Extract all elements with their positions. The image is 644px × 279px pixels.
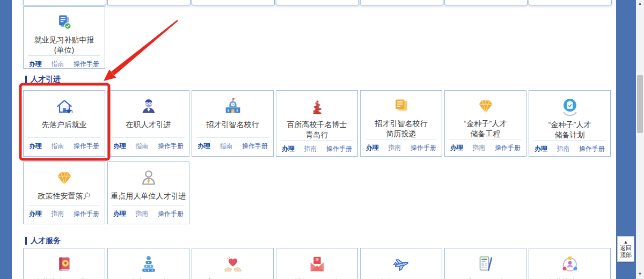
section-header-talent-service: 人才服务 bbox=[25, 237, 61, 245]
card-title: 就业见习补贴申报(单位) bbox=[32, 35, 97, 55]
document-check-icon bbox=[54, 13, 75, 32]
people-network-icon bbox=[560, 254, 580, 275]
card-title-line: 先落户后就业 bbox=[42, 120, 87, 130]
annotation-arrow-head-icon bbox=[104, 69, 116, 81]
back-to-top-button[interactable]: ▲ 返回 顶部 bbox=[617, 236, 634, 262]
card-title-line: “金种子”人才 bbox=[464, 119, 507, 129]
card-title-line: 就业见习补贴申报 bbox=[34, 35, 94, 45]
services-page: 就业见习补贴申报(单位)办理指南操作手册 人才引进 先落户后就业办理指南操作手册… bbox=[0, 0, 644, 279]
card-links: 办理指南操作手册 bbox=[281, 140, 353, 159]
card-links: 办理指南操作手册 bbox=[28, 137, 100, 156]
card-link-manual[interactable]: 操作手册 bbox=[326, 144, 352, 153]
card-link-apply[interactable]: 办理 bbox=[197, 142, 210, 151]
scrollbar-up-arrow-icon[interactable]: ▲ bbox=[636, 0, 644, 8]
card-link-apply[interactable]: 办理 bbox=[450, 143, 463, 152]
gold-diamond-icon bbox=[475, 97, 496, 116]
card-title: 招才引智名校行 bbox=[204, 120, 261, 130]
card-link-guide[interactable]: 指南 bbox=[389, 143, 401, 152]
service-card: 先落户后就业办理指南操作手册 bbox=[23, 90, 105, 157]
card-link-guide[interactable]: 指南 bbox=[136, 142, 149, 151]
card-title-line: (单位) bbox=[34, 45, 94, 55]
section-header-talent-intro: 人才引进 bbox=[25, 75, 61, 84]
school-building-icon bbox=[222, 97, 244, 117]
service-card: 在职人才引进办理指南操作手册 bbox=[107, 90, 189, 157]
person-outline-tie-icon bbox=[139, 168, 158, 188]
person-suit-icon bbox=[139, 97, 158, 117]
vertical-scrollbar[interactable]: ▲ ▼ bbox=[636, 0, 644, 279]
card-bottom-edge bbox=[529, 0, 612, 5]
scrollbar-thumb[interactable] bbox=[637, 75, 643, 133]
airplane-icon bbox=[391, 254, 412, 275]
service-card: 百所高校千名博士青岛行办理指南操作手册 bbox=[276, 90, 358, 157]
gold-diamond-icon bbox=[54, 168, 75, 188]
card-link-guide[interactable]: 指南 bbox=[136, 209, 149, 218]
card-link-manual[interactable]: 操作手册 bbox=[495, 143, 521, 152]
card-bottom-edge bbox=[192, 0, 275, 5]
card-title-line: 百所高校千名博士 bbox=[287, 120, 347, 130]
service-card: 技能领军人才办理指南操作手册 bbox=[276, 248, 358, 279]
document-pen-icon bbox=[475, 254, 496, 275]
card-link-apply[interactable]: 办理 bbox=[366, 143, 379, 152]
hands-heart-icon bbox=[222, 254, 244, 275]
service-card: 专家工作站办理指南操作手册 bbox=[107, 248, 189, 279]
card-link-apply[interactable]: 办理 bbox=[535, 144, 547, 153]
card-title: 百所高校千名博士青岛行 bbox=[285, 120, 349, 140]
card-link-guide[interactable]: 指南 bbox=[52, 60, 64, 69]
up-triangle-icon: ▲ bbox=[624, 239, 628, 245]
card-link-guide[interactable]: 指南 bbox=[557, 144, 570, 153]
clipboard-check-icon bbox=[559, 97, 581, 117]
card-link-apply[interactable]: 办理 bbox=[113, 209, 126, 218]
card-link-guide[interactable]: 指南 bbox=[304, 144, 317, 153]
card-links: 办理指南操作手册 bbox=[28, 205, 100, 224]
section-title: 人才引进 bbox=[31, 75, 61, 84]
service-card: 高层次人才办理指南操作手册 bbox=[444, 248, 526, 279]
card-link-guide[interactable]: 指南 bbox=[52, 209, 64, 218]
card-title-line: 青岛行 bbox=[287, 130, 347, 140]
card-bottom-edge bbox=[444, 0, 528, 5]
card-link-apply[interactable]: 办理 bbox=[282, 144, 295, 153]
service-card: 留学回国人员办理指南操作手册 bbox=[360, 248, 442, 279]
card-title-line: 储备计划 bbox=[548, 130, 591, 140]
card-link-manual[interactable]: 操作手册 bbox=[411, 143, 436, 152]
resume-stack-icon bbox=[391, 97, 412, 116]
card-link-guide[interactable]: 指南 bbox=[473, 143, 486, 152]
card-title: “金种子”人才储备工程 bbox=[462, 119, 509, 139]
card-links: 办理指南操作手册 bbox=[449, 139, 522, 158]
qingdao-sculpture-icon bbox=[308, 97, 326, 117]
card-link-manual[interactable]: 操作手册 bbox=[74, 209, 99, 218]
card-link-guide[interactable]: 指南 bbox=[220, 142, 233, 151]
card-links: 办理指南操作手册 bbox=[112, 137, 185, 156]
service-card: 招才引智名校行简历投递办理指南操作手册 bbox=[360, 90, 442, 157]
card-link-manual[interactable]: 操作手册 bbox=[242, 142, 268, 151]
card-title: 招才引智名校行简历投递 bbox=[373, 119, 430, 139]
service-card: “金种子”人才储备计划办理指南操作手册 bbox=[529, 90, 611, 157]
card-title-line: 在职人才引进 bbox=[126, 120, 171, 130]
card-links: 办理指南操作手册 bbox=[28, 55, 100, 74]
card-link-manual[interactable]: 操作手册 bbox=[579, 144, 605, 153]
card-link-apply[interactable]: 办理 bbox=[113, 142, 126, 151]
card-link-apply[interactable]: 办理 bbox=[29, 142, 42, 151]
service-card: 就业见习补贴申报(单位)办理指南操作手册 bbox=[23, 6, 105, 69]
card-link-apply[interactable]: 办理 bbox=[29, 209, 42, 218]
service-card: 重点用人单位人才引进办理指南操作手册 bbox=[107, 161, 189, 224]
card-title-line: 重点用人单位人才引进 bbox=[111, 191, 186, 201]
service-card: “金种子”人才储备工程办理指南操作手册 bbox=[444, 90, 526, 157]
card-title: 在职人才引进 bbox=[124, 120, 173, 130]
card-link-apply[interactable]: 办理 bbox=[29, 60, 42, 69]
scrollbar-down-arrow-icon[interactable]: ▼ bbox=[636, 270, 644, 278]
card-bottom-edge bbox=[360, 0, 443, 5]
card-title-line: 招才引智名校行 bbox=[207, 120, 259, 130]
card-link-manual[interactable]: 操作手册 bbox=[74, 142, 99, 151]
card-links: 办理指南操作手册 bbox=[112, 205, 185, 224]
service-card: 高层次人才服务办理指南操作手册 bbox=[192, 248, 274, 279]
card-link-manual[interactable]: 操作手册 bbox=[74, 60, 99, 69]
back-to-top-label-line1: 返回 bbox=[620, 245, 632, 252]
card-bottom-edge bbox=[276, 0, 359, 5]
card-link-manual[interactable]: 操作手册 bbox=[158, 142, 184, 151]
red-book-icon bbox=[54, 254, 75, 275]
card-title: 重点用人单位人才引进 bbox=[109, 191, 188, 201]
card-link-manual[interactable]: 操作手册 bbox=[158, 209, 184, 218]
card-bottom-edge bbox=[107, 0, 191, 5]
card-link-guide[interactable]: 指南 bbox=[52, 142, 64, 151]
service-card: 专业技术人员办理指南操作手册 bbox=[529, 248, 611, 279]
